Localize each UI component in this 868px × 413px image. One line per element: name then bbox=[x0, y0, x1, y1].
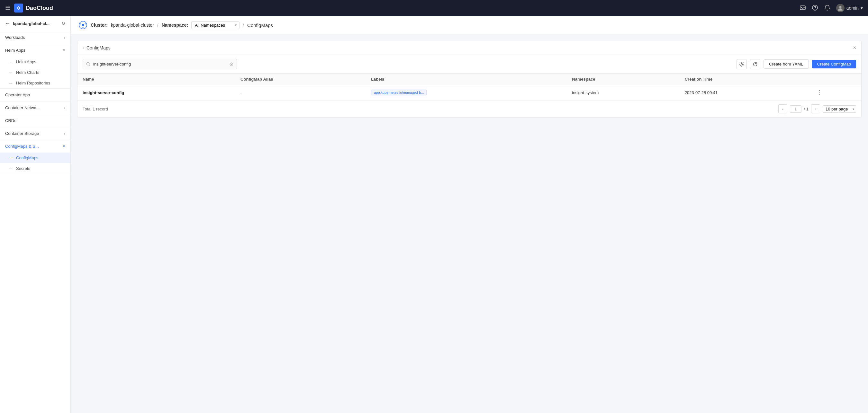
menu-icon[interactable]: ☰ bbox=[5, 4, 10, 11]
sidebar-item-crds[interactable]: CRDs bbox=[0, 114, 70, 127]
topnav-right-area: admin ▾ bbox=[800, 4, 863, 12]
message-icon[interactable] bbox=[800, 4, 806, 12]
prev-page-button[interactable]: ‹ bbox=[778, 104, 787, 113]
namespace-select[interactable]: All Namespaces bbox=[191, 21, 240, 29]
dash-icon: — bbox=[9, 167, 12, 170]
page-title: ConfigMaps bbox=[247, 23, 273, 28]
container-storage-chevron-icon: › bbox=[64, 132, 65, 136]
table-body: insight-server-config - app.kubernetes.i… bbox=[78, 85, 861, 100]
table-row: insight-server-config - app.kubernetes.i… bbox=[78, 85, 861, 100]
svg-point-4 bbox=[839, 6, 841, 8]
cell-labels: app.kubernetes.io/managed-b... bbox=[366, 85, 567, 100]
breadcrumb: Cluster: kpanda-global-cluster / Namespa… bbox=[71, 16, 868, 34]
per-page-wrapper: 10 per page 20 per page 50 per page bbox=[823, 105, 856, 113]
refresh-button[interactable] bbox=[750, 59, 760, 69]
more-actions-icon[interactable]: ⋮ bbox=[816, 89, 823, 96]
col-name: Name bbox=[78, 73, 235, 85]
sidebar-item-workloads[interactable]: Workloads › bbox=[0, 31, 70, 44]
search-box: ⊗ bbox=[83, 59, 237, 69]
sidebar-item-container-network[interactable]: Container Netwo... › bbox=[0, 102, 70, 114]
helm-apps-label: Helm Apps bbox=[5, 48, 25, 53]
namespace-selector-wrapper: All Namespaces bbox=[191, 21, 240, 29]
sidebar-item-operator-app[interactable]: Operator App bbox=[0, 89, 70, 101]
settings-button[interactable] bbox=[737, 59, 747, 69]
container-network-label: Container Netwo... bbox=[5, 105, 40, 110]
sidebar-section-crds: CRDs bbox=[0, 114, 70, 127]
cell-alias: - bbox=[235, 85, 366, 100]
panel-title: ConfigMaps bbox=[87, 45, 111, 50]
svg-point-3 bbox=[815, 9, 815, 9]
search-clear-icon[interactable]: ⊗ bbox=[229, 61, 234, 67]
sidebar-item-secrets[interactable]: — Secrets bbox=[0, 163, 70, 174]
col-actions bbox=[811, 73, 861, 85]
sidebar-item-helm-apps-sub[interactable]: — Helm Apps bbox=[0, 57, 70, 67]
per-page-select[interactable]: 10 per page 20 per page 50 per page bbox=[823, 105, 856, 113]
search-icon bbox=[86, 62, 91, 67]
sidebar: ← kpanda-global-cl... ↻ Workloads › Helm… bbox=[0, 16, 71, 413]
crds-label: CRDs bbox=[5, 118, 17, 123]
user-menu[interactable]: admin ▾ bbox=[836, 4, 863, 12]
back-arrow-icon[interactable]: ← bbox=[5, 21, 10, 26]
dash-icon: — bbox=[9, 81, 12, 85]
panel-chevron-icon[interactable]: › bbox=[83, 45, 84, 50]
sidebar-item-configmaps-secrets[interactable]: ConfigMaps & S... ∨ bbox=[0, 140, 70, 152]
sidebar-item-helm-apps[interactable]: Helm Apps ∨ bbox=[0, 44, 70, 57]
panel-close-button[interactable]: × bbox=[853, 45, 856, 51]
panel-header: › ConfigMaps × bbox=[78, 41, 861, 55]
cluster-value: kpanda-global-cluster bbox=[111, 23, 154, 28]
col-alias: ConfigMap Alias bbox=[235, 73, 366, 85]
sidebar-section-container-network: Container Netwo... › bbox=[0, 102, 70, 114]
username: admin bbox=[846, 5, 859, 10]
separator-1: / bbox=[157, 23, 158, 28]
sidebar-section-container-storage: Container Storage › bbox=[0, 127, 70, 140]
help-icon[interactable] bbox=[812, 4, 818, 12]
svg-rect-1 bbox=[800, 6, 805, 10]
cell-namespace: insight-system bbox=[567, 85, 679, 100]
svg-point-7 bbox=[80, 23, 81, 25]
label-tag: app.kubernetes.io/managed-b... bbox=[371, 90, 427, 95]
main-content: Cluster: kpanda-global-cluster / Namespa… bbox=[71, 16, 868, 413]
sidebar-item-configmaps[interactable]: — ConfigMaps bbox=[0, 152, 70, 163]
create-configmap-button[interactable]: Create ConfigMap bbox=[812, 60, 857, 68]
notification-icon[interactable] bbox=[824, 4, 830, 12]
sidebar-item-helm-repositories[interactable]: — Helm Repositories bbox=[0, 78, 70, 88]
table-header: Name ConfigMap Alias Labels Namespace Cr… bbox=[78, 73, 861, 85]
total-records: Total 1 record bbox=[83, 107, 108, 111]
main-layout: ← kpanda-global-cl... ↻ Workloads › Helm… bbox=[0, 16, 868, 413]
svg-point-6 bbox=[82, 24, 84, 26]
helm-apps-sub-label: Helm Apps bbox=[16, 60, 36, 64]
cell-name[interactable]: insight-server-config bbox=[78, 85, 235, 100]
configmaps-secrets-chevron-icon: ∨ bbox=[63, 144, 65, 148]
cell-more-actions[interactable]: ⋮ bbox=[811, 85, 861, 100]
current-page-input[interactable] bbox=[790, 105, 802, 113]
helm-apps-chevron-icon: ∨ bbox=[63, 48, 65, 53]
search-input[interactable] bbox=[93, 62, 227, 67]
content-area: › ConfigMaps × ⊗ bbox=[71, 34, 868, 413]
brand-name: DaoCloud bbox=[26, 5, 53, 11]
page-total: / 1 bbox=[804, 107, 808, 111]
next-page-button[interactable]: › bbox=[811, 104, 820, 113]
sidebar-section-operator-app: Operator App bbox=[0, 89, 70, 102]
col-namespace: Namespace bbox=[567, 73, 679, 85]
svg-point-11 bbox=[741, 63, 743, 65]
col-labels: Labels bbox=[366, 73, 567, 85]
refresh-icon bbox=[752, 62, 758, 67]
configmaps-panel: › ConfigMaps × ⊗ bbox=[77, 41, 862, 117]
sidebar-item-helm-charts[interactable]: — Helm Charts bbox=[0, 67, 70, 78]
sidebar-item-container-storage[interactable]: Container Storage › bbox=[0, 127, 70, 140]
cluster-name-label: kpanda-global-cl... bbox=[13, 21, 59, 26]
configmaps-table: Name ConfigMap Alias Labels Namespace Cr… bbox=[78, 73, 861, 100]
cluster-refresh-icon[interactable]: ↻ bbox=[61, 21, 65, 26]
cluster-selector[interactable]: ← kpanda-global-cl... ↻ bbox=[0, 16, 70, 31]
cluster-label: Cluster: bbox=[91, 23, 108, 28]
cluster-icon bbox=[79, 21, 88, 30]
workloads-chevron-icon: › bbox=[64, 36, 65, 39]
operator-app-label: Operator App bbox=[5, 93, 30, 97]
pagination: Total 1 record ‹ / 1 › 10 per page 20 pe… bbox=[78, 100, 861, 117]
avatar bbox=[836, 4, 844, 12]
create-yaml-button[interactable]: Create from YAML bbox=[764, 60, 808, 69]
pagination-controls: ‹ / 1 › 10 per page 20 per page 50 per p… bbox=[778, 104, 856, 113]
separator-2: / bbox=[243, 23, 244, 28]
top-navigation: ☰ DaoCloud bbox=[0, 0, 868, 16]
brand-logo: DaoCloud bbox=[14, 3, 53, 12]
